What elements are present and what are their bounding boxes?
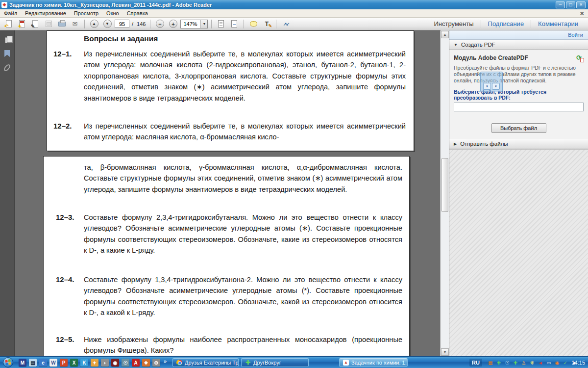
quick-launch-icon-1[interactable]: M (19, 359, 26, 367)
minimize-button[interactable]: ─ (556, 1, 565, 8)
floating-scroll-widget[interactable]: ▼ ▼ (480, 72, 503, 92)
problem-12-2-continuation: та, β-броммасляная кислота, γ-броммаслян… (84, 162, 402, 195)
tray-icon-1[interactable]: ▦ (487, 359, 494, 367)
page-thumbnails-button[interactable] (3, 37, 11, 43)
menu-window[interactable]: Окно (102, 9, 123, 17)
sign-panel-button[interactable]: Подписание (481, 20, 531, 27)
quick-launch-icon-10[interactable]: ◉ (111, 359, 119, 367)
tray-icon-10[interactable]: ✓ (562, 359, 569, 367)
taskbar-clock[interactable]: 14:15 (571, 357, 585, 368)
windows-logo-icon (5, 359, 11, 366)
scrollbar-thumb[interactable] (441, 158, 448, 212)
tray-icon-4[interactable]: ✚ (512, 359, 519, 367)
scrolling-mode-button[interactable] (215, 19, 227, 29)
convert-to-pdf-icon: ⟳ (576, 54, 584, 62)
close-button[interactable]: ✕ (576, 1, 586, 8)
panel-empty-area (449, 149, 588, 356)
create-pdf-icon: ✦ (19, 20, 25, 27)
previous-page-button[interactable]: ▲ (88, 19, 100, 29)
fit-page-icon (231, 20, 237, 27)
add-comment-button[interactable] (247, 19, 259, 29)
menu-view[interactable]: Просмотр (70, 9, 102, 17)
taskbar-window-adobe-reader[interactable]: ▲ Задачник по химии. 1... (339, 358, 408, 367)
quick-launch-icon-3[interactable]: e (39, 359, 47, 367)
language-indicator[interactable]: RU (469, 359, 482, 367)
quick-launch-overflow-chevron[interactable]: » (164, 358, 167, 364)
quick-launch-icon-7[interactable]: K (80, 359, 88, 367)
choose-file-button[interactable]: Выбрать файл (491, 123, 546, 133)
module-title: Модуль Adobe CreatePDF (454, 54, 576, 61)
minus-icon: − (156, 20, 164, 28)
tray-icon-2[interactable]: ✚ (495, 359, 502, 367)
save-button[interactable] (43, 19, 54, 29)
quick-launch-icon-8[interactable]: ✦ (91, 359, 98, 367)
pdf-page-95[interactable]: Вопросы и задания 12–1. Из перечисленных… (47, 30, 414, 151)
sign-document-icon: ✎ (32, 20, 38, 27)
quick-launch-icon-9[interactable]: ◗ (101, 359, 109, 367)
print-button[interactable] (56, 19, 68, 29)
tray-icon-3[interactable]: ☉ (504, 359, 511, 367)
vertical-scrollbar[interactable]: ▲ ▼ (440, 30, 449, 356)
menubar-close-icon[interactable]: ✕ (576, 11, 588, 16)
problem-number: 12–1. (53, 49, 84, 104)
menu-file[interactable]: Файл (0, 9, 21, 17)
taskbar-window-drugvokrug[interactable]: ✚ ДругВокруг (241, 358, 309, 367)
pdf-page-96[interactable]: та, β-броммасляная кислота, γ-броммаслян… (43, 156, 410, 356)
quick-launch-icon-12[interactable]: A (132, 359, 140, 367)
next-page-button[interactable]: ▼ (101, 19, 113, 29)
tray-icon-6[interactable]: ❋ (529, 359, 536, 367)
sign-in-link[interactable]: Войти (568, 32, 583, 38)
start-button[interactable] (3, 357, 13, 368)
problem-number: 12–5. (56, 334, 84, 356)
file-path-input[interactable] (454, 103, 584, 111)
create-pdf-section-header[interactable]: ▼ Создать PDF (449, 40, 588, 50)
tools-panel-button[interactable]: Инструменты (427, 20, 480, 27)
comments-panel-button[interactable]: Комментарии (531, 20, 585, 27)
arrow-down-icon: ▼ (103, 20, 112, 28)
tray-icon-9[interactable]: ◉ (554, 359, 561, 367)
scroll-up-icon[interactable]: ▲ (441, 31, 449, 38)
sign-in-bar: Войти (449, 30, 588, 40)
plus-icon: + (169, 20, 177, 28)
quick-launch-icon-2[interactable]: ▤ (29, 359, 37, 367)
zoom-level-dropdown[interactable]: 147% ▼ (180, 20, 208, 28)
quick-launch-icon-5[interactable]: P (60, 359, 68, 367)
problem-number: 12–2. (53, 121, 84, 143)
email-button[interactable]: ✉ (69, 19, 81, 29)
fit-page-button[interactable] (228, 19, 240, 29)
module-description: Преобразуйте файлы в формат PDF и с легк… (454, 65, 584, 84)
tray-icon-5[interactable]: ♙ (520, 359, 527, 367)
menu-edit[interactable]: Редактирование (21, 9, 70, 17)
print-icon (58, 22, 66, 26)
widget-arrow-down-icon[interactable]: ▼ (492, 83, 500, 90)
zoom-out-button[interactable]: − (154, 19, 166, 29)
quick-launch-icon-11[interactable]: ☉ (122, 359, 129, 367)
scroll-down-icon[interactable]: ▼ (441, 348, 449, 356)
tray-icon-7[interactable]: ◄ (537, 359, 544, 367)
page-total: 146 (137, 21, 146, 27)
sign-document-button[interactable]: ✎ (29, 19, 41, 29)
highlight-text-icon: T✎ (265, 21, 269, 27)
taskbar-window-label: Друзья Екатерины Тр... (185, 360, 239, 366)
zoom-in-button[interactable]: + (167, 19, 179, 29)
create-pdf-button[interactable]: ✦ (16, 19, 28, 29)
taskbar-window-chrome[interactable]: Друзья Екатерины Тр... (172, 358, 239, 367)
page-number-input[interactable] (115, 20, 129, 28)
toolbar-separator (84, 20, 85, 28)
quick-launch-icon-4[interactable]: W (49, 359, 57, 367)
attachments-button[interactable] (3, 64, 11, 72)
tray-icon-8[interactable]: ▭ (545, 359, 552, 367)
quick-launch-icon-14[interactable]: ⚙ (152, 359, 160, 367)
highlight-text-button[interactable]: T✎ (261, 19, 272, 29)
send-files-section-header[interactable]: ▶ Отправить файлы (449, 139, 588, 149)
quick-launch-icon-6[interactable]: X (70, 359, 78, 367)
bookmarks-button[interactable] (3, 50, 11, 57)
menu-help[interactable]: Справка (123, 9, 152, 17)
widget-arrow-down-icon[interactable]: ▼ (483, 83, 491, 90)
taskbar: M ▤ e W P X K ✦ ◗ ◉ ☉ A ❖ ⚙ » Друзья Ека… (0, 356, 588, 368)
maximize-button[interactable]: ▢ (566, 1, 575, 8)
fullscreen-button[interactable]: ↗↙ (280, 19, 292, 29)
quick-launch-icon-13[interactable]: ❖ (142, 359, 150, 367)
pdf-file-icon: ▲ (343, 360, 349, 366)
open-file-button[interactable]: ↶ (3, 19, 15, 29)
